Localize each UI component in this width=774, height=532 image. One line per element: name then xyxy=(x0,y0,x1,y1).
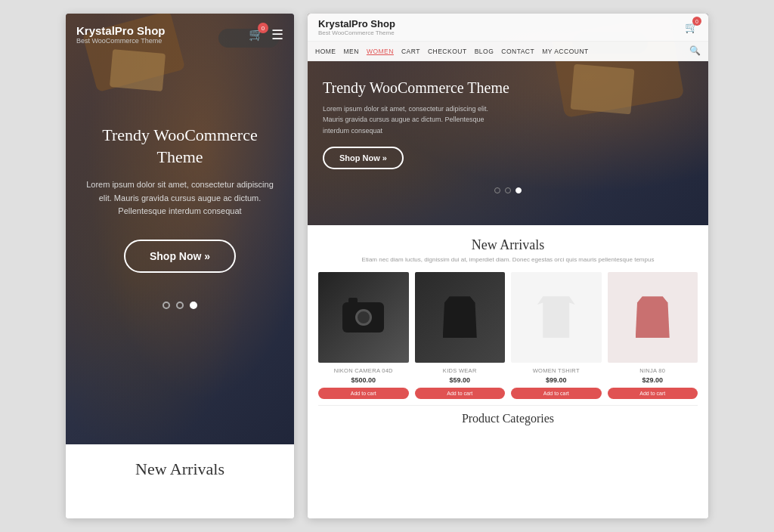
desktop-header-right: 🛒 0 xyxy=(685,20,698,34)
product-price-tshirt: $99.00 xyxy=(546,376,567,384)
product-price-kidswear: $59.00 xyxy=(449,376,470,384)
add-to-cart-kidswear[interactable]: Add to cart xyxy=(415,388,506,399)
camera-body-shape xyxy=(342,302,384,332)
product-categories-title: Product Categories xyxy=(318,405,698,428)
mobile-shop-now-button[interactable]: Shop Now » xyxy=(124,240,236,273)
hamburger-icon[interactable]: ☰ xyxy=(271,26,283,43)
desktop-hero-title: Trendy WooCommerce Theme xyxy=(323,78,693,97)
nav-blog[interactable]: BLOG xyxy=(475,48,494,55)
mobile-hero-title: Trendy WooCommerce Theme xyxy=(79,125,280,168)
desktop-cart-badge: 0 xyxy=(692,17,701,26)
mobile-new-arrivals-title: New Arrivals xyxy=(76,459,283,479)
mobile-hero-content: Trendy WooCommerce Theme Lorem ipsum dol… xyxy=(66,49,294,288)
add-to-cart-tshirt[interactable]: Add to cart xyxy=(511,388,602,399)
mobile-brand: KrystalPro Shop Best WooCommerce Theme xyxy=(76,24,166,45)
product-name-kidswear: KIDS WEAR xyxy=(443,367,477,374)
product-name-ninja: NINJA 80 xyxy=(639,367,665,374)
new-arrivals-section: New Arrivals Etiam nec diam luctus, dign… xyxy=(308,225,708,518)
product-price-camera: $500.00 xyxy=(351,376,376,384)
desktop-shop-now-button[interactable]: Shop Now » xyxy=(323,147,404,169)
desktop-hero-content: Trendy WooCommerce Theme Lorem ipsum dol… xyxy=(308,61,708,180)
mobile-panel: KrystalPro Shop Best WooCommerce Theme 🛒… xyxy=(66,14,294,518)
product-image-kidswear xyxy=(415,272,506,363)
nav-women[interactable]: WOMEN xyxy=(367,48,394,55)
mobile-dot-1[interactable] xyxy=(163,302,170,309)
desktop-dot-3-active[interactable] xyxy=(515,187,522,193)
product-image-ninja xyxy=(608,272,698,363)
product-name-tshirt: WOMEN TSHIRT xyxy=(533,367,580,374)
nav-contact[interactable]: CONTACT xyxy=(501,48,534,55)
mobile-dots xyxy=(66,288,294,317)
desktop-dots xyxy=(308,180,708,200)
product-image-camera xyxy=(318,272,409,363)
desktop-dot-1[interactable] xyxy=(494,187,500,193)
product-price-ninja: $29.00 xyxy=(642,376,663,384)
products-grid: NIKON CAMERA 04D $500.00 Add to cart KID… xyxy=(318,272,698,399)
desktop-hero-text: Lorem ipsum dolor sit amet, consectetur … xyxy=(323,104,504,136)
desktop-brand-name: KrystalPro Shop xyxy=(318,18,395,29)
desktop-header: KrystalPro Shop Best WooCommerce Theme 🛒… xyxy=(308,14,708,42)
desktop-brand-subtitle: Best WooCommerce Theme xyxy=(318,29,395,36)
hoodie-dark-shape xyxy=(443,296,477,338)
desktop-dot-2[interactable] xyxy=(505,187,511,193)
desktop-brand: KrystalPro Shop Best WooCommerce Theme xyxy=(318,18,395,36)
nav-home[interactable]: HOME xyxy=(315,48,336,55)
mobile-hero-text: Lorem ipsum dolor sit amet, consectetur … xyxy=(79,178,280,218)
desktop-nav: HOME MEN WOMEN CART CHECKOUT BLOG CONTAC… xyxy=(308,42,708,61)
add-to-cart-ninja[interactable]: Add to cart xyxy=(608,388,698,399)
nav-men[interactable]: MEN xyxy=(344,48,359,55)
camera-lens-shape xyxy=(355,309,372,326)
product-name-camera: NIKON CAMERA 04D xyxy=(334,367,393,374)
desktop-cart[interactable]: 🛒 0 xyxy=(685,20,698,34)
mobile-cart[interactable]: 🛒 0 xyxy=(249,27,264,42)
new-arrivals-subtitle: Etiam nec diam luctus, dignissim dui at,… xyxy=(318,256,698,263)
product-image-tshirt xyxy=(511,272,602,363)
nav-my-account[interactable]: MY ACCOUNT xyxy=(542,48,589,55)
add-to-cart-camera[interactable]: Add to cart xyxy=(318,388,409,399)
hoodie-pink-shape xyxy=(636,296,670,338)
desktop-panel: KrystalPro Shop Best WooCommerce Theme 🛒… xyxy=(308,14,708,518)
tshirt-shape xyxy=(537,296,575,338)
mobile-hero: KrystalPro Shop Best WooCommerce Theme 🛒… xyxy=(66,14,294,444)
camera-top-shape xyxy=(348,298,358,302)
product-card-ninja: NINJA 80 $29.00 Add to cart xyxy=(608,272,698,399)
mobile-new-arrivals: New Arrivals xyxy=(66,444,294,518)
new-arrivals-title: New Arrivals xyxy=(318,237,698,253)
mobile-header: KrystalPro Shop Best WooCommerce Theme 🛒… xyxy=(66,14,294,49)
search-icon[interactable]: 🔍 xyxy=(689,45,701,57)
product-card-camera: NIKON CAMERA 04D $500.00 Add to cart xyxy=(318,272,409,399)
product-card-tshirt: WOMEN TSHIRT $99.00 Add to cart xyxy=(511,272,602,399)
product-card-kidswear: KIDS WEAR $59.00 Add to cart xyxy=(415,272,506,399)
desktop-hero: KrystalPro Shop Best WooCommerce Theme 🛒… xyxy=(308,14,708,225)
mobile-dot-3-active[interactable] xyxy=(190,302,197,309)
mobile-brand-name: KrystalPro Shop xyxy=(76,24,166,37)
mobile-brand-subtitle: Best WooCommerce Theme xyxy=(76,37,166,45)
nav-checkout[interactable]: CHECKOUT xyxy=(428,48,467,55)
mobile-dot-2[interactable] xyxy=(176,302,184,309)
mobile-cart-badge: 0 xyxy=(258,23,268,33)
mobile-header-icons: 🛒 0 ☰ xyxy=(249,26,283,43)
nav-cart[interactable]: CART xyxy=(401,48,420,55)
